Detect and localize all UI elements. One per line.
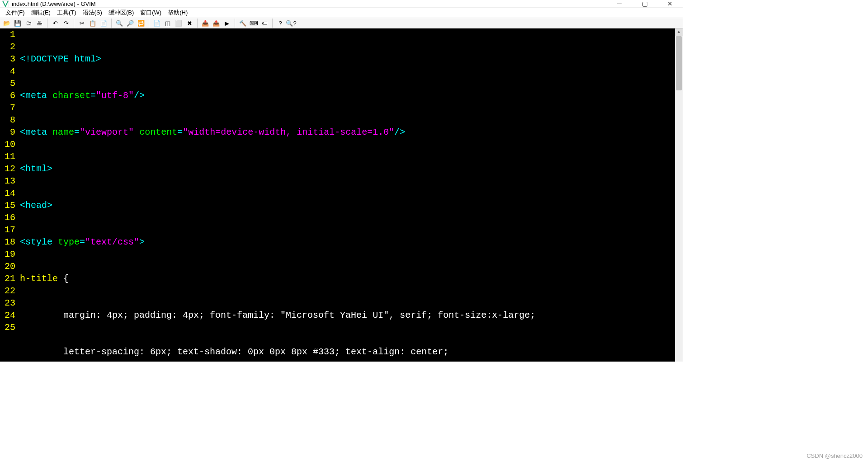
code-line: <head>	[20, 199, 675, 212]
run-icon[interactable]: ▶	[222, 18, 232, 28]
maximize-button[interactable]: ▢	[637, 0, 652, 7]
maxwin-icon[interactable]: ⬜	[174, 18, 184, 28]
code-line: <meta name="viewport" content="width=dev…	[20, 126, 675, 138]
line-gutter: 1234567891011121314151617181920212223242…	[0, 28, 18, 362]
menu-edit[interactable]: 编辑(E)	[28, 8, 53, 18]
make-icon[interactable]: 🔨	[238, 18, 248, 28]
close-icon[interactable]: ✖	[184, 18, 194, 28]
shell-icon[interactable]: ⌨	[249, 18, 259, 28]
minimize-button[interactable]: ─	[612, 0, 627, 7]
titlebar: index.html (D:\www\rice) - GVIM ─ ▢ ✕	[0, 0, 683, 8]
toolbar-separator	[197, 19, 198, 28]
code-line: <style type="text/css">	[20, 236, 675, 248]
menu-help[interactable]: 帮助(H)	[165, 8, 190, 18]
saveall-icon[interactable]: 🗂	[24, 18, 33, 28]
code-line: h-title {	[20, 273, 675, 285]
toolbar-separator	[111, 19, 112, 28]
undo-icon[interactable]: ↶	[50, 18, 60, 28]
findnext-icon[interactable]: 🔎	[125, 18, 135, 28]
code-line: letter-spacing: 6px; text-shadow: 0px 0p…	[20, 346, 675, 358]
open-icon[interactable]: 📂	[2, 18, 12, 28]
toolbar: 📂 💾 🗂 🖶 ↶ ↷ ✂ 📋 📄 🔍 🔎 🔁 📄 ◫ ⬜ ✖ 📥 📤 ▶ 🔨 …	[0, 18, 683, 28]
save-icon[interactable]: 💾	[13, 18, 23, 28]
copy-icon[interactable]: 📋	[88, 18, 98, 28]
window-controls: ─ ▢ ✕	[612, 0, 681, 7]
close-button[interactable]: ✕	[663, 0, 677, 7]
session-save-icon[interactable]: 📤	[211, 18, 221, 28]
menu-window[interactable]: 窗口(W)	[137, 8, 164, 18]
scrollbar-thumb[interactable]	[676, 36, 682, 90]
code-line: <!DOCTYPE html>	[20, 53, 675, 65]
app-icon	[2, 0, 9, 7]
cut-icon[interactable]: ✂	[77, 18, 87, 28]
session-load-icon[interactable]: 📥	[200, 18, 210, 28]
menu-file[interactable]: 文件(F)	[3, 8, 28, 18]
editor[interactable]: 1234567891011121314151617181920212223242…	[0, 28, 683, 362]
vertical-scrollbar[interactable]: ▲ ▼	[675, 28, 683, 362]
split-icon[interactable]: ◫	[163, 18, 173, 28]
menu-buffers[interactable]: 缓冲区(B)	[106, 8, 137, 18]
scroll-up-arrow-icon[interactable]: ▲	[675, 28, 683, 36]
ctags-icon[interactable]: 🏷	[259, 18, 269, 28]
toolbar-separator	[235, 19, 235, 28]
menu-syntax[interactable]: 语法(S)	[80, 8, 105, 18]
menu-tools[interactable]: 工具(T)	[54, 8, 79, 18]
print-icon[interactable]: 🖶	[34, 18, 44, 28]
findhelp-icon[interactable]: 🔍?	[286, 18, 296, 28]
menubar: 文件(F) 编辑(E) 工具(T) 语法(S) 缓冲区(B) 窗口(W) 帮助(…	[0, 8, 683, 18]
help-icon[interactable]: ?	[275, 18, 285, 28]
code-line: margin: 4px; padding: 4px; font-family: …	[20, 309, 675, 321]
scrollbar-track[interactable]	[675, 36, 683, 362]
toolbar-separator	[47, 19, 47, 28]
replace-icon[interactable]: 🔁	[136, 18, 146, 28]
paste-icon[interactable]: 📄	[99, 18, 108, 28]
code-line: <html>	[20, 163, 675, 175]
new-icon[interactable]: 📄	[152, 18, 162, 28]
redo-icon[interactable]: ↷	[61, 18, 71, 28]
code-line: <meta charset="utf-8"/>	[20, 89, 675, 102]
find-icon[interactable]: 🔍	[114, 18, 124, 28]
toolbar-separator	[74, 19, 74, 28]
window-title: index.html (D:\www\rice) - GVIM	[12, 0, 612, 7]
toolbar-separator	[149, 19, 149, 28]
toolbar-separator	[272, 19, 273, 28]
code-area[interactable]: <!DOCTYPE html> <meta charset="utf-8"/> …	[18, 28, 675, 362]
